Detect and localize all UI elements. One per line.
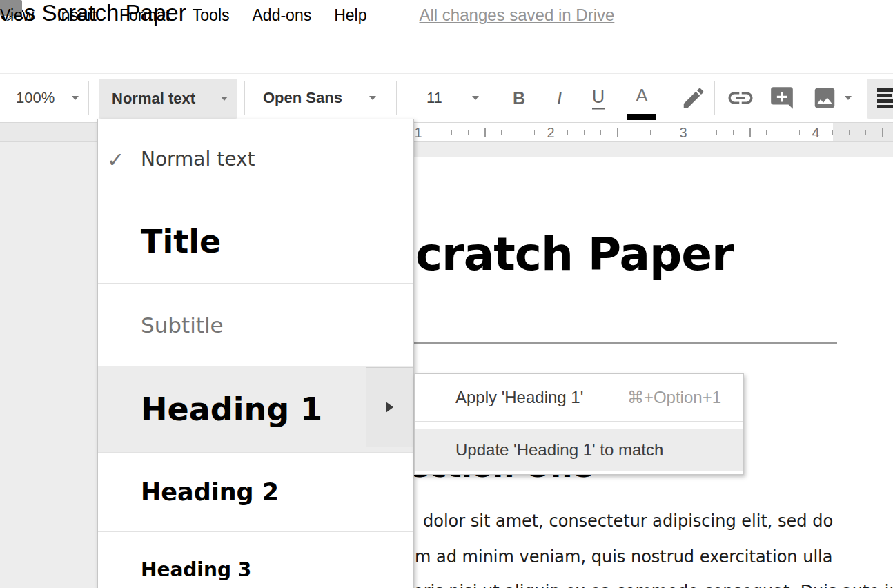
toolbar-separator (88, 81, 89, 115)
insert-link-icon[interactable] (726, 84, 755, 112)
toolbar: 100% Normal text Open Sans 11 B I U A (0, 73, 893, 123)
font-size-caret-icon[interactable] (472, 96, 479, 100)
apply-heading1-item[interactable]: Apply 'Heading 1' ⌘+Option+1 (415, 374, 743, 422)
toolbar-separator (714, 81, 715, 115)
save-status-link[interactable]: All changes saved in Drive (420, 6, 615, 25)
paragraph-style-select[interactable]: Normal text (99, 79, 237, 119)
menu-addons[interactable]: Add-ons (253, 6, 312, 25)
heading1-submenu-button[interactable] (366, 367, 413, 447)
align-left-icon (877, 88, 893, 110)
update-heading1-item[interactable]: Update 'Heading 1' to match (415, 429, 743, 471)
style-option-heading3[interactable]: Heading 3 (98, 531, 413, 588)
heading1-submenu: Apply 'Heading 1' ⌘+Option+1 Update 'Hea… (414, 373, 744, 475)
zoom-select[interactable]: 100% (16, 89, 55, 107)
style-option-heading1[interactable]: Heading 1 (98, 366, 413, 452)
toolbar-separator (396, 81, 397, 115)
checkmark-icon: ✓ (107, 147, 124, 171)
menu-insert[interactable]: Insert (57, 6, 97, 25)
doc-body-line[interactable]: m ad minim veniam, quis nostrud exercita… (415, 547, 832, 567)
paragraph-style-caret-icon (221, 97, 228, 101)
google-docs-window: ocs Scratch Paper View Insert Format Too… (0, 0, 893, 588)
paint-format-icon[interactable] (680, 85, 707, 111)
apply-heading1-shortcut: ⌘+Option+1 (627, 388, 721, 407)
menu-format[interactable]: Format (119, 6, 170, 25)
update-heading1-label: Update 'Heading 1' to match (455, 440, 663, 460)
style-option-label: Heading 3 (141, 558, 251, 581)
text-color-letter: A (625, 84, 658, 107)
style-option-label: Normal text (141, 148, 255, 170)
style-option-normal-text[interactable]: ✓ Normal text (98, 119, 413, 199)
style-option-label: Heading 1 (141, 391, 322, 428)
bold-button[interactable]: B (513, 88, 525, 108)
doc-body-line[interactable]: oris nisi ut aliquip ex ea commodo conse… (413, 582, 893, 588)
font-size-select[interactable]: 11 (426, 89, 442, 107)
style-option-label: Subtitle (141, 313, 224, 337)
insert-image-caret-icon[interactable] (845, 96, 852, 100)
paragraph-style-value: Normal text (112, 90, 195, 108)
zoom-caret-icon[interactable] (72, 96, 79, 100)
underline-button[interactable]: U (592, 87, 605, 110)
text-color-button[interactable]: A (625, 84, 658, 121)
toolbar-separator (244, 81, 245, 115)
style-option-title[interactable]: Title (98, 199, 413, 283)
menubar: View Insert Format Tools Add-ons Help Al… (0, 0, 614, 30)
font-family-select[interactable]: Open Sans (263, 89, 342, 107)
menu-tools[interactable]: Tools (193, 6, 230, 25)
toolbar-separator (861, 81, 861, 115)
menu-view[interactable]: View (0, 6, 34, 25)
doc-body-line[interactable]: dolor sit amet, consectetur adipiscing e… (423, 511, 833, 531)
doc-title-text[interactable]: cratch Paper (415, 228, 734, 281)
menu-help[interactable]: Help (334, 6, 366, 25)
style-option-label: Title (141, 223, 221, 260)
style-option-subtitle[interactable]: Subtitle (98, 283, 413, 366)
italic-button[interactable]: I (556, 88, 562, 109)
submenu-arrow-icon (386, 402, 393, 413)
align-button[interactable] (867, 79, 893, 119)
insert-comment-icon[interactable] (769, 85, 795, 111)
apply-heading1-label: Apply 'Heading 1' (455, 388, 583, 407)
font-family-caret-icon[interactable] (369, 96, 376, 100)
style-option-label: Heading 2 (141, 478, 279, 506)
toolbar-separator (493, 81, 493, 115)
insert-image-icon[interactable] (812, 85, 838, 111)
text-color-bar (627, 114, 656, 120)
paragraph-styles-dropdown: ✓ Normal text Title Subtitle Heading 1 H… (97, 119, 414, 588)
style-option-heading2[interactable]: Heading 2 (98, 452, 413, 531)
